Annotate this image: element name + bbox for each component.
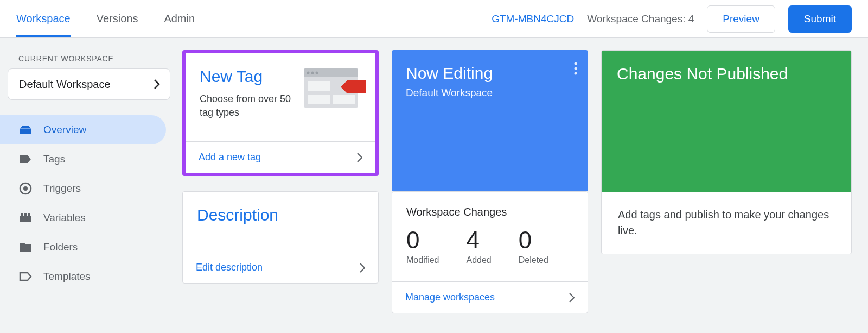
add-new-tag-label: Add a new tag <box>199 152 261 163</box>
sidebar-item-label: Triggers <box>43 183 81 194</box>
sidebar-item-triggers[interactable]: Triggers <box>0 174 166 203</box>
svg-rect-4 <box>24 213 27 216</box>
sidebar-item-variables[interactable]: Variables <box>0 203 166 233</box>
stat-deleted: 0 Deleted <box>519 228 548 265</box>
stat-added-value: 4 <box>466 228 491 252</box>
workspace-changes-count: Workspace Changes: 4 <box>587 13 694 25</box>
svg-point-9 <box>311 72 314 74</box>
preview-button[interactable]: Preview <box>707 5 775 33</box>
svg-point-8 <box>307 72 310 74</box>
stat-added-label: Added <box>466 255 491 265</box>
sidebar-item-label: Variables <box>43 212 86 224</box>
container-id-link[interactable]: GTM-MBN4CJCD <box>492 13 574 25</box>
now-editing-workspace: Default Workspace <box>406 87 574 99</box>
sidebar-item-label: Folders <box>43 241 78 253</box>
svg-point-10 <box>316 72 318 74</box>
chevron-right-icon <box>154 79 160 90</box>
changes-not-published-body: Add tags and publish to make your change… <box>602 192 851 254</box>
template-icon <box>18 272 33 281</box>
top-nav-tabs: Workspace Versions Admin <box>0 0 195 37</box>
svg-rect-12 <box>308 95 330 104</box>
chevron-right-icon <box>360 263 365 273</box>
column-2: Now Editing Default Workspace Workspace … <box>392 50 588 333</box>
workspace-changes-stats: 0 Modified 4 Added 0 Deleted <box>406 226 573 269</box>
svg-point-15 <box>575 67 577 70</box>
submit-button[interactable]: Submit <box>788 5 852 33</box>
main-content: New Tag Choose from over 50 tag types <box>175 38 868 333</box>
svg-rect-13 <box>333 95 355 104</box>
sidebar-item-folders[interactable]: Folders <box>0 233 166 262</box>
workspace-changes-card: Workspace Changes 0 Modified 4 Added 0 D <box>392 191 588 313</box>
workspace-selector[interactable]: Default Workspace <box>8 68 170 100</box>
overview-icon <box>18 125 33 135</box>
changes-not-published-title: Changes Not Published <box>617 65 836 83</box>
svg-point-16 <box>575 72 577 75</box>
sidebar-item-tags[interactable]: Tags <box>0 144 166 174</box>
column-3: Changes Not Published Add tags and publi… <box>601 50 852 333</box>
svg-rect-11 <box>308 81 330 91</box>
sidebar: CURRENT WORKSPACE Default Workspace Over… <box>0 38 175 333</box>
chevron-right-icon <box>569 293 575 303</box>
now-editing-more-button[interactable] <box>574 62 577 77</box>
sidebar-item-overview[interactable]: Overview <box>0 115 166 144</box>
manage-workspaces-label: Manage workspaces <box>405 292 495 303</box>
edit-description-label: Edit description <box>196 262 263 273</box>
new-tag-illustration <box>301 65 366 113</box>
stat-deleted-value: 0 <box>519 228 548 252</box>
top-nav: Workspace Versions Admin GTM-MBN4CJCD Wo… <box>0 0 868 38</box>
edit-description-action[interactable]: Edit description <box>183 252 378 283</box>
top-nav-right: GTM-MBN4CJCD Workspace Changes: 4 Previe… <box>492 0 868 37</box>
description-card: Description Edit description <box>182 191 379 284</box>
svg-rect-3 <box>21 213 23 216</box>
new-tag-subtitle: Choose from over 50 tag types <box>200 92 297 120</box>
stat-modified-label: Modified <box>406 255 439 265</box>
workspace-changes-title: Workspace Changes <box>406 206 573 218</box>
stat-deleted-label: Deleted <box>519 255 548 265</box>
svg-point-1 <box>23 186 28 191</box>
workspace-selector-value: Default Workspace <box>19 78 111 91</box>
now-editing-title: Now Editing <box>406 64 574 83</box>
sidebar-item-label: Templates <box>43 271 91 282</box>
tab-workspace[interactable]: Workspace <box>16 0 71 37</box>
tag-icon <box>18 154 33 164</box>
changes-not-published-card: Changes Not Published Add tags and publi… <box>601 50 852 254</box>
add-new-tag-action[interactable]: Add a new tag <box>186 141 375 173</box>
trigger-icon <box>18 182 33 195</box>
svg-point-14 <box>575 62 577 65</box>
now-editing-card: Now Editing Default Workspace <box>392 50 588 191</box>
chevron-right-icon <box>357 153 362 162</box>
tab-admin[interactable]: Admin <box>164 0 195 37</box>
stat-modified-value: 0 <box>406 228 439 252</box>
sidebar-item-templates[interactable]: Templates <box>0 262 166 291</box>
sidebar-nav: Overview Tags Triggers Variables <box>0 115 175 291</box>
current-workspace-label: CURRENT WORKSPACE <box>0 54 175 68</box>
stat-modified: 0 Modified <box>406 228 439 265</box>
variables-icon <box>18 213 33 222</box>
description-title: Description <box>197 206 364 224</box>
manage-workspaces-action[interactable]: Manage workspaces <box>392 281 588 313</box>
column-1: New Tag Choose from over 50 tag types <box>182 50 379 333</box>
new-tag-card: New Tag Choose from over 50 tag types <box>182 50 379 176</box>
svg-rect-2 <box>20 216 31 222</box>
sidebar-item-label: Overview <box>43 124 86 136</box>
stat-added: 4 Added <box>466 228 491 265</box>
tab-versions[interactable]: Versions <box>97 0 138 37</box>
folder-icon <box>18 242 33 253</box>
sidebar-item-label: Tags <box>43 153 65 165</box>
svg-rect-5 <box>28 213 30 216</box>
